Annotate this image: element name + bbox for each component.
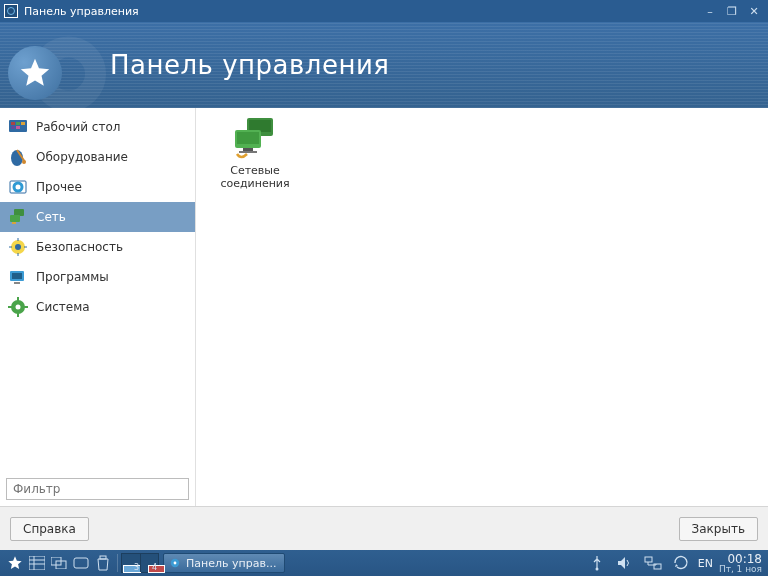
- banner-title: Панель управления: [110, 50, 389, 80]
- svg-point-25: [16, 305, 21, 310]
- programs-icon: [8, 267, 28, 287]
- sidebar-item-label: Программы: [36, 270, 109, 284]
- sidebar-item-programs[interactable]: Программы: [0, 262, 195, 292]
- item-label-line1: Сетевые: [210, 164, 300, 177]
- network-connections-icon: [231, 116, 279, 160]
- svg-rect-35: [239, 151, 257, 153]
- svg-rect-3: [11, 122, 15, 125]
- svg-rect-29: [24, 306, 28, 308]
- svg-marker-48: [618, 557, 625, 569]
- keyboard-layout-indicator[interactable]: EN: [698, 557, 713, 570]
- sidebar-item-label: Рабочий стол: [36, 120, 120, 134]
- sidebar-item-system[interactable]: Система: [0, 292, 195, 322]
- sidebar-item-desktop[interactable]: Рабочий стол: [0, 112, 195, 142]
- svg-rect-37: [29, 556, 45, 570]
- sidebar-item-other[interactable]: Прочее: [0, 172, 195, 202]
- svg-rect-7: [16, 126, 20, 129]
- content-area: Рабочий стол Оборудование Прочее Сеть: [0, 108, 768, 506]
- svg-point-46: [174, 562, 177, 565]
- svg-rect-12: [14, 209, 24, 216]
- sidebar-item-label: Прочее: [36, 180, 82, 194]
- window-body: Рабочий стол Оборудование Прочее Сеть: [0, 108, 768, 550]
- gear-icon: [168, 556, 182, 570]
- svg-marker-36: [8, 556, 21, 569]
- sidebar-item-label: Система: [36, 300, 90, 314]
- svg-rect-44: [100, 556, 106, 559]
- titlebar: Панель управления – ❐ ✕: [0, 0, 768, 22]
- window-title: Панель управления: [24, 5, 139, 18]
- updates-tray-icon[interactable]: [670, 553, 692, 573]
- svg-marker-1: [21, 59, 49, 86]
- taskbar-task-control-panel[interactable]: Панель управ...: [163, 553, 285, 573]
- svg-rect-26: [17, 297, 19, 301]
- filter-wrap: [0, 474, 195, 506]
- system-tray: EN 00:18 Пт, 1 ноя: [586, 553, 764, 574]
- show-desktop-button[interactable]: [70, 553, 92, 573]
- sidebar-item-label: Оборудование: [36, 150, 128, 164]
- workspace-4[interactable]: 4: [140, 554, 158, 572]
- system-icon: [8, 297, 28, 317]
- taskbar: 3 4 Панель управ... EN 00:18 Пт, 1 ноя: [0, 550, 768, 576]
- main-area: Сетевые соединения: [196, 108, 768, 506]
- trash-button[interactable]: [92, 553, 114, 573]
- item-network-connections[interactable]: Сетевые соединения: [210, 116, 300, 190]
- svg-rect-13: [10, 215, 20, 222]
- network-icon: [8, 207, 28, 227]
- close-button[interactable]: Закрыть: [679, 517, 758, 541]
- minimize-button[interactable]: –: [704, 5, 716, 17]
- header-banner: Панель управления: [0, 22, 768, 108]
- security-icon: [8, 237, 28, 257]
- file-manager-button[interactable]: [26, 553, 48, 573]
- close-window-button[interactable]: ✕: [748, 5, 760, 17]
- svg-rect-33: [237, 132, 259, 144]
- desktop-icon: [8, 117, 28, 137]
- network-tray-icon[interactable]: [642, 553, 664, 573]
- clock-time: 00:18: [719, 553, 762, 565]
- usb-tray-icon[interactable]: [586, 553, 608, 573]
- svg-rect-28: [8, 306, 12, 308]
- filter-input[interactable]: [6, 478, 189, 500]
- svg-marker-51: [675, 564, 678, 567]
- svg-rect-14: [12, 222, 16, 224]
- other-icon: [8, 177, 28, 197]
- star-badge-icon: [8, 46, 62, 100]
- svg-point-9: [22, 160, 26, 164]
- sidebar-item-network[interactable]: Сеть: [0, 202, 195, 232]
- sidebar-item-label: Сеть: [36, 210, 66, 224]
- volume-tray-icon[interactable]: [614, 553, 636, 573]
- workspace-switcher[interactable]: 3 4: [121, 553, 159, 573]
- sidebar: Рабочий стол Оборудование Прочее Сеть: [0, 108, 196, 506]
- sidebar-item-hardware[interactable]: Оборудование: [0, 142, 195, 172]
- button-bar: Справка Закрыть: [0, 506, 768, 550]
- start-menu-button[interactable]: [4, 553, 26, 573]
- hardware-icon: [8, 147, 28, 167]
- svg-rect-23: [12, 273, 22, 279]
- svg-rect-34: [243, 148, 253, 151]
- clock-date: Пт, 1 ноя: [719, 565, 762, 574]
- workspace-3[interactable]: 3: [122, 554, 140, 572]
- item-label-line2: соединения: [210, 177, 300, 190]
- svg-rect-49: [645, 557, 652, 562]
- svg-rect-4: [16, 122, 20, 125]
- svg-rect-43: [74, 558, 88, 568]
- svg-rect-27: [17, 313, 19, 317]
- app-icon: [4, 4, 18, 18]
- window-list-button[interactable]: [48, 553, 70, 573]
- help-button[interactable]: Справка: [10, 517, 89, 541]
- svg-rect-6: [11, 126, 15, 129]
- clock[interactable]: 00:18 Пт, 1 ноя: [719, 553, 764, 574]
- maximize-button[interactable]: ❐: [726, 5, 738, 17]
- sidebar-item-security[interactable]: Безопасность: [0, 232, 195, 262]
- sidebar-item-label: Безопасность: [36, 240, 123, 254]
- svg-point-16: [15, 244, 21, 250]
- window-controls: – ❐ ✕: [704, 5, 764, 17]
- svg-rect-22: [14, 282, 20, 284]
- task-label: Панель управ...: [186, 557, 276, 570]
- svg-rect-5: [21, 122, 25, 125]
- svg-point-47: [595, 568, 598, 571]
